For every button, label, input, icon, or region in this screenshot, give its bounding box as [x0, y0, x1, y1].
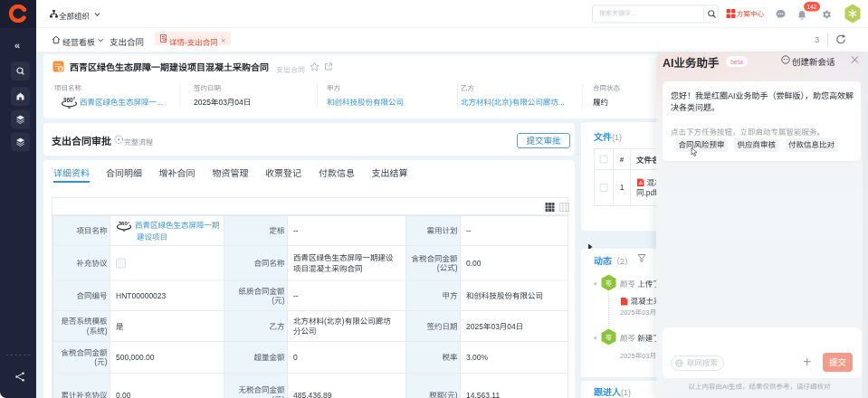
svg-text:苓: 苓 — [606, 334, 613, 342]
svg-text:苓: 苓 — [606, 280, 613, 288]
svg-text:360°: 360° — [63, 97, 76, 103]
svg-text:360°: 360° — [119, 220, 130, 226]
svg-text:¥: ¥ — [59, 66, 62, 71]
